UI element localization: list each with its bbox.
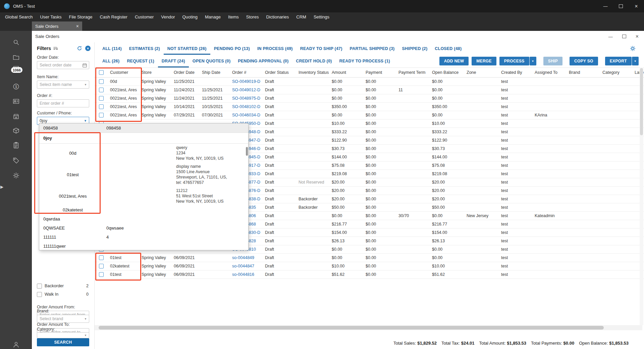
column-header-ship-date[interactable]: Ship Date	[200, 68, 230, 77]
search-icon[interactable]	[12, 39, 20, 46]
store-icon[interactable]	[12, 113, 20, 120]
table-row[interactable]: 01testSpring Valley06/09/2021so-0044816D…	[95, 270, 644, 279]
maximize-icon[interactable]	[613, 0, 629, 12]
menu-item-quoting[interactable]: Quoting	[178, 12, 201, 21]
clear-filters-icon[interactable]: ×	[85, 46, 91, 51]
filter-backorder[interactable]: Backorder 2	[37, 282, 89, 290]
refresh-icon[interactable]	[77, 46, 82, 51]
sort-icon[interactable]	[53, 46, 58, 51]
menu-item-items[interactable]: Items	[224, 12, 243, 21]
search-button[interactable]: SEARCH	[37, 338, 89, 346]
sub-tab-all-26[interactable]: ALL (26)	[99, 55, 123, 67]
menu-item-customer[interactable]: Customer	[131, 12, 157, 21]
inner-minimize-icon[interactable]: —	[608, 34, 613, 39]
sub-tab-pending-approval-0[interactable]: PENDING APPROVAL (0)	[234, 55, 292, 67]
status-tab-estimates-2[interactable]: ESTIMATES (2)	[125, 42, 164, 55]
vertical-scrollbar-thumb[interactable]	[640, 68, 643, 135]
column-header-category[interactable]: Category	[600, 68, 633, 77]
menu-item-global-search[interactable]: Global Search	[1, 12, 36, 21]
category-input[interactable]	[37, 333, 84, 338]
chevron-down-icon[interactable]: ▼	[84, 83, 89, 86]
status-tab-partial-shipped-3[interactable]: PARTIAL SHIPPED (3)	[346, 42, 398, 55]
close-icon[interactable]: ×	[629, 0, 644, 12]
sub-tab-request-1[interactable]: REQUEST (1)	[123, 55, 158, 67]
column-header-order-date[interactable]: Order Date	[172, 68, 200, 77]
tab-close-icon[interactable]: ×	[76, 23, 79, 29]
sub-tab-credit-hold-0[interactable]: CREDIT HOLD (0)	[292, 55, 335, 67]
dropdown-scrollbar-thumb[interactable]	[246, 147, 248, 156]
tab-sale-orders[interactable]: Sale Orders ×	[32, 21, 82, 31]
finance-icon[interactable]: $	[12, 83, 20, 90]
button-ship[interactable]: SHIP	[543, 57, 562, 65]
cell-order[interactable]: so-0044849	[230, 254, 263, 262]
menu-item-dictionaries[interactable]: Dictionaries	[262, 12, 292, 21]
customer-option-111111qwer[interactable]: 111111qwer	[39, 242, 248, 250]
menu-item-user-tasks[interactable]: User Tasks	[36, 12, 65, 21]
menu-item-stores[interactable]: Stores	[243, 12, 263, 21]
button-copy-so[interactable]: COPY SO	[570, 57, 598, 65]
panel-expander-icon[interactable]: ▶	[0, 185, 3, 189]
column-header-created-by[interactable]: Created By	[499, 68, 533, 77]
grid-settings-gear-icon[interactable]	[630, 45, 636, 52]
menu-item-file-storage[interactable]: File Storage	[65, 12, 96, 21]
column-header-store[interactable]: Store	[140, 68, 172, 77]
table-row[interactable]: 0021test, AresSpring Valley07/29/202107/…	[95, 111, 644, 119]
column-header-zone[interactable]: Zone	[465, 68, 499, 77]
table-row[interactable]: 02katetestSpring Valley06/09/2021so-0044…	[95, 262, 644, 270]
contacts-icon[interactable]	[12, 98, 20, 105]
menu-item-crm[interactable]: CRM	[292, 12, 310, 21]
column-header-order-status[interactable]: Order Status	[263, 68, 297, 77]
status-tab-pending-po-13[interactable]: PENDING PO (13)	[210, 42, 254, 55]
button-merge[interactable]: MERGE	[472, 57, 496, 65]
button-process-dropdown-icon[interactable]: ▼	[530, 57, 536, 65]
settings-icon[interactable]	[12, 172, 20, 179]
orders-icon[interactable]	[12, 142, 20, 149]
category-chevron-down-icon[interactable]: ▼	[84, 334, 89, 337]
tags-icon[interactable]	[12, 157, 20, 164]
customer-option-111111[interactable]: 1111114	[39, 233, 248, 242]
brand-chevron-down-icon[interactable]: ▼	[84, 317, 89, 320]
customer-option-098458[interactable]: 098458098458	[39, 123, 248, 133]
order-date-input[interactable]	[37, 63, 82, 67]
walk-in-checkbox[interactable]	[37, 292, 42, 297]
cell-order[interactable]: so-0044816	[230, 270, 263, 279]
sub-tab-open-quotes-0[interactable]: OPEN QUOTES (0)	[189, 55, 234, 67]
menu-item-cash-register[interactable]: Cash Register	[96, 12, 131, 21]
cell-order[interactable]: SO-0046034-D	[230, 111, 263, 119]
column-header-brand[interactable]: Brand	[567, 68, 600, 77]
table-row[interactable]: 0021test, AresSpring Valley10/14/202110/…	[95, 103, 644, 111]
column-header-order[interactable]: Order #	[230, 68, 263, 77]
cell-order[interactable]: SO-0048975-D	[230, 94, 263, 102]
button-process[interactable]: PROCESS	[499, 57, 529, 65]
button-export[interactable]: EXPORT	[605, 57, 632, 65]
vertical-scrollbar[interactable]	[640, 67, 643, 325]
status-tab-all-114[interactable]: ALL (114)	[99, 42, 125, 55]
customer-chevron-down-icon[interactable]: ▼	[84, 119, 89, 122]
item-name-input[interactable]	[37, 82, 84, 87]
menu-item-vendor[interactable]: Vendor	[157, 12, 178, 21]
column-header-payment-term[interactable]: Payment Term	[396, 68, 430, 77]
column-header-assigned-to[interactable]: Assigned To	[533, 68, 567, 77]
status-tab-ready-to-ship-47[interactable]: READY TO SHIP (47)	[297, 42, 346, 55]
cell-order[interactable]: SO-0049012-D	[230, 86, 263, 94]
order-number-input[interactable]	[37, 101, 89, 106]
inner-close-icon[interactable]: ×	[636, 34, 639, 40]
menu-item-manage[interactable]: Manage	[201, 12, 224, 21]
table-row[interactable]: 0021test, AresSpring Valley11/24/202111/…	[95, 86, 644, 94]
horizontal-scrollbar[interactable]	[95, 325, 642, 330]
status-tab-closed-48[interactable]: CLOSED (48)	[431, 42, 465, 55]
status-tab-shipped-2[interactable]: SHIPPED (2)	[398, 42, 431, 55]
cell-order[interactable]: SO-0049019-D	[230, 78, 263, 86]
column-header-open-balance[interactable]: Open Balance	[430, 68, 465, 77]
horizontal-scrollbar-thumb[interactable]	[99, 326, 604, 330]
table-row[interactable]: 0021test, AresSpring Valley11/24/202111/…	[95, 94, 644, 103]
column-header-inventory-status[interactable]: Inventory Status	[297, 68, 330, 77]
user-icon[interactable]	[12, 341, 20, 348]
brand-input[interactable]	[37, 316, 84, 321]
filter-walk-in[interactable]: Walk In 0	[37, 291, 89, 298]
menu-item-settings[interactable]: Settings	[310, 12, 333, 21]
folder-icon[interactable]	[12, 54, 20, 61]
backorder-checkbox[interactable]	[37, 284, 42, 289]
column-header-amount[interactable]: Amount	[330, 68, 364, 77]
cell-order[interactable]: SO-0048102-D	[230, 103, 263, 111]
